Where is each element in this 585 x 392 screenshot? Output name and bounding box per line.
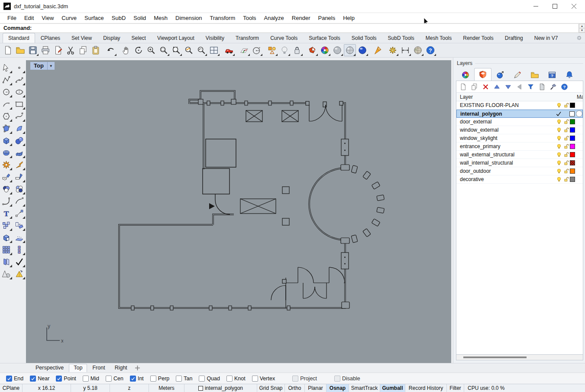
sphere-blue-icon[interactable] bbox=[356, 44, 368, 56]
lock-toggle-icon[interactable] bbox=[291, 44, 303, 56]
tab-viewport-layout[interactable]: Viewport Layout bbox=[152, 33, 200, 43]
tab-standard[interactable]: Standard bbox=[3, 33, 35, 43]
panel-tab-materials-brush[interactable] bbox=[509, 69, 526, 81]
layer-color-swatch[interactable] bbox=[570, 168, 575, 174]
tab-visibility[interactable]: Visibility bbox=[200, 33, 230, 43]
checkbox-knot[interactable] bbox=[226, 376, 233, 382]
lock-icon[interactable] bbox=[562, 143, 570, 149]
menu-render[interactable]: Render bbox=[288, 13, 314, 23]
osnap-project[interactable]: Project bbox=[292, 376, 317, 382]
torus-tool-icon[interactable] bbox=[1, 147, 12, 158]
lock-icon[interactable] bbox=[562, 135, 570, 141]
menu-solid[interactable]: Solid bbox=[129, 13, 150, 23]
copy-objects-tool-icon[interactable] bbox=[1, 220, 12, 231]
layer-color-swatch[interactable] bbox=[570, 160, 575, 165]
menu-transform[interactable]: Transform bbox=[206, 13, 239, 23]
gear-icon[interactable] bbox=[576, 35, 582, 41]
minimize-button[interactable] bbox=[526, 0, 545, 13]
panel-tab-file-folder[interactable] bbox=[526, 69, 543, 81]
menu-view[interactable]: View bbox=[38, 13, 58, 23]
visibility-bulb-icon[interactable] bbox=[555, 119, 562, 125]
osnap-quad[interactable]: Quad bbox=[199, 376, 220, 382]
delete-layer-icon[interactable] bbox=[481, 82, 490, 91]
checkbox-cen[interactable] bbox=[106, 376, 112, 382]
cone-gray-tool-icon[interactable] bbox=[1, 268, 12, 279]
undo-view-icon[interactable] bbox=[195, 44, 207, 56]
visibility-bulb-icon[interactable] bbox=[555, 143, 562, 149]
tab-drafting[interactable]: Drafting bbox=[499, 33, 529, 43]
menu-edit[interactable]: Edit bbox=[20, 13, 38, 23]
spin-up-icon[interactable]: ▲ bbox=[579, 24, 585, 28]
layer-row[interactable]: window_skylight bbox=[456, 134, 583, 143]
lock-icon[interactable] bbox=[562, 160, 570, 166]
status-ortho[interactable]: Ortho bbox=[285, 384, 305, 392]
curve-tool-icon[interactable] bbox=[14, 74, 25, 85]
zoom-extents-icon[interactable] bbox=[170, 44, 182, 56]
new-layer-icon[interactable] bbox=[458, 82, 468, 91]
panel-tab-properties-wheel[interactable] bbox=[457, 69, 474, 81]
layer-color-swatch[interactable] bbox=[570, 177, 575, 182]
polyline-tool-icon[interactable] bbox=[1, 74, 12, 85]
rendered-view-icon[interactable] bbox=[319, 44, 331, 56]
checkbox-mid[interactable] bbox=[83, 376, 89, 382]
text-tool-icon[interactable]: T bbox=[1, 207, 12, 219]
tab-new-in-v7[interactable]: New in V7 bbox=[529, 33, 564, 43]
menu-help[interactable]: Help bbox=[339, 13, 359, 23]
tab-render-tools[interactable]: Render Tools bbox=[457, 33, 499, 43]
lock-icon[interactable] bbox=[562, 176, 570, 182]
viewport-layout-icon[interactable] bbox=[208, 44, 220, 56]
cut-icon[interactable] bbox=[65, 44, 77, 56]
checkbox-quad[interactable] bbox=[199, 376, 205, 382]
status-meters[interactable]: Meters bbox=[149, 384, 184, 392]
checkbox-perp[interactable] bbox=[150, 376, 156, 382]
move-up-icon[interactable] bbox=[492, 82, 501, 91]
visibility-bulb-icon[interactable] bbox=[555, 160, 562, 166]
array-grid-tool-icon[interactable] bbox=[1, 244, 12, 255]
layer-row[interactable]: decorative bbox=[456, 175, 583, 184]
panel-tab-rendering-sphere[interactable] bbox=[491, 69, 509, 81]
layer-horizontal-scrollbar[interactable] bbox=[456, 355, 583, 360]
new-viewport-tab-icon[interactable] bbox=[133, 366, 140, 370]
spheres-tool-icon[interactable] bbox=[14, 135, 25, 146]
command-bar[interactable]: Command: ▲▼ bbox=[0, 23, 585, 33]
move-car-icon[interactable] bbox=[223, 44, 235, 56]
help-icon[interactable]: ? bbox=[424, 44, 436, 56]
status-planar[interactable]: Planar bbox=[305, 384, 326, 392]
extend-curve-tool-icon[interactable] bbox=[14, 195, 25, 207]
layer-color-swatch[interactable] bbox=[569, 111, 575, 117]
polygon-tool-icon[interactable] bbox=[1, 110, 12, 122]
boolean-difference-tool-icon[interactable] bbox=[14, 183, 25, 194]
move-left-icon[interactable] bbox=[514, 82, 524, 91]
paste-icon[interactable] bbox=[90, 44, 102, 56]
light-bulb-icon[interactable] bbox=[278, 44, 291, 56]
rotate-view-icon[interactable] bbox=[133, 44, 145, 56]
command-history-spinner[interactable]: ▲▼ bbox=[579, 24, 585, 32]
layer-row[interactable]: wall_external_structural bbox=[456, 151, 583, 159]
explode-star-tool-icon[interactable] bbox=[1, 159, 12, 170]
status-record-history[interactable]: Record History bbox=[405, 384, 447, 392]
maximize-button[interactable] bbox=[545, 0, 564, 13]
status-filter[interactable]: Filter bbox=[447, 384, 464, 392]
osnap-tan[interactable]: Tan bbox=[176, 376, 192, 382]
tab-solid-tools[interactable]: Solid Tools bbox=[346, 33, 382, 43]
move-down-icon[interactable] bbox=[503, 82, 513, 91]
status-internal-polygon[interactable]: internal_polygon bbox=[184, 384, 257, 392]
open-file-icon[interactable] bbox=[14, 44, 26, 56]
point-tool-icon[interactable] bbox=[14, 62, 25, 73]
layer-row[interactable]: EXISTING FLOOR-PLAN bbox=[456, 101, 583, 110]
dimension-tools-icon[interactable] bbox=[399, 44, 411, 56]
checkbox-point[interactable] bbox=[56, 376, 62, 382]
checkbox-near[interactable] bbox=[30, 376, 36, 382]
tab-subd-tools[interactable]: SubD Tools bbox=[382, 33, 420, 43]
visibility-bulb-icon[interactable] bbox=[555, 176, 562, 182]
menu-dimension[interactable]: Dimension bbox=[171, 13, 206, 23]
viewport-top[interactable]: Top ▼ bbox=[26, 60, 451, 363]
pointer-tool-icon[interactable] bbox=[1, 62, 12, 73]
extract-curve-tool-icon[interactable] bbox=[14, 159, 25, 170]
status-gumball[interactable]: Gumball bbox=[380, 384, 405, 392]
status-y-5-18[interactable]: y 5.18 bbox=[71, 384, 110, 392]
visibility-bulb-icon[interactable] bbox=[555, 102, 562, 108]
visibility-bulb-icon[interactable] bbox=[555, 168, 562, 174]
menu-panels[interactable]: Panels bbox=[314, 13, 339, 23]
status-z[interactable]: z bbox=[110, 384, 149, 392]
